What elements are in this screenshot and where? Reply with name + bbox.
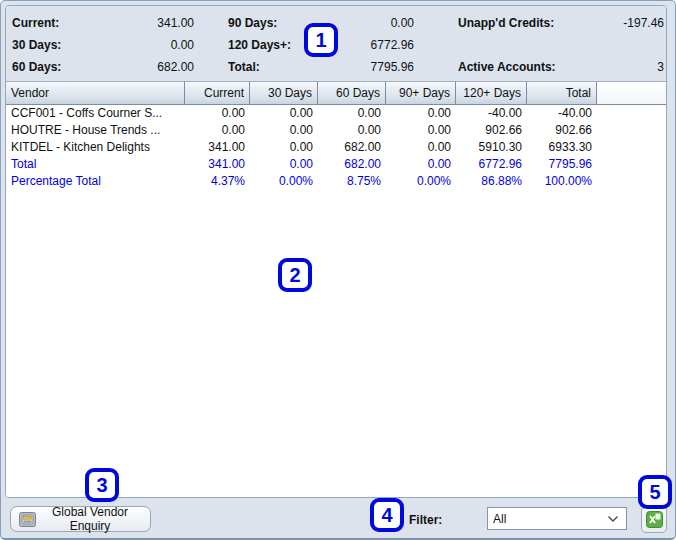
summary-total-label: Total: — [228, 59, 260, 75]
cell-vendor: Total — [6, 156, 185, 173]
table-row[interactable]: KITDEL - Kitchen Delights 341.00 0.00 68… — [6, 139, 666, 156]
summary-unappd-credits-value: -197.46 — [516, 15, 664, 31]
column-header-vendor[interactable]: Vendor — [6, 82, 185, 104]
cash-register-icon — [19, 512, 36, 527]
export-to-excel-button[interactable] — [641, 506, 667, 533]
column-header-total[interactable]: Total — [527, 82, 597, 104]
annotation-badge-2: 2 — [278, 258, 312, 292]
summary-60days-value: 682.00 — [66, 59, 194, 75]
summary-120days-label: 120 Days+: — [228, 37, 291, 53]
cell-total: -40.00 — [527, 105, 597, 122]
cell-current: 0.00 — [185, 122, 250, 139]
cell-90days: 0.00 — [386, 156, 456, 173]
cell-90days: 0.00 — [386, 122, 456, 139]
cell-total: 7795.96 — [527, 156, 597, 173]
summary-total-value: 7795.96 — [296, 59, 414, 75]
cell-90days: 0.00% — [386, 173, 456, 190]
annotation-badge-1: 1 — [304, 23, 338, 57]
cell-current: 341.00 — [185, 139, 250, 156]
summary-30days-label: 30 Days: — [12, 37, 61, 53]
chevron-down-icon — [607, 515, 619, 523]
summary-active-accounts-value: 3 — [516, 59, 664, 75]
cell-30days: 0.00 — [250, 139, 318, 156]
cell-vendor: Percentage Total — [6, 173, 185, 190]
global-vendor-enquiry-button[interactable]: Global Vendor Enquiry — [10, 506, 151, 532]
cell-30days: 0.00% — [250, 173, 318, 190]
annotation-badge-5: 5 — [638, 475, 672, 509]
global-vendor-enquiry-label: Global Vendor Enquiry — [36, 505, 144, 533]
vendor-table-body: CCF001 - Coffs Courner S... 0.00 0.00 0.… — [6, 105, 666, 497]
column-header-120days[interactable]: 120+ Days — [456, 82, 527, 104]
column-header-60days[interactable]: 60 Days — [318, 82, 386, 104]
cell-total: 100.00% — [527, 173, 597, 190]
cell-120days: -40.00 — [456, 105, 527, 122]
cell-60days: 0.00 — [318, 105, 386, 122]
summary-60days-label: 60 Days: — [12, 59, 61, 75]
table-row[interactable]: HOUTRE - House Trends ... 0.00 0.00 0.00… — [6, 122, 666, 139]
cell-total: 6933.30 — [527, 139, 597, 156]
table-row-total[interactable]: Total 341.00 0.00 682.00 0.00 6772.96 77… — [6, 156, 666, 173]
table-row-percentage-total[interactable]: Percentage Total 4.37% 0.00% 8.75% 0.00%… — [6, 173, 666, 190]
filter-label: Filter: — [409, 513, 442, 527]
cell-90days: 0.00 — [386, 105, 456, 122]
cell-120days: 86.88% — [456, 173, 527, 190]
cell-120days: 6772.96 — [456, 156, 527, 173]
cell-30days: 0.00 — [250, 156, 318, 173]
cell-90days: 0.00 — [386, 139, 456, 156]
cell-30days: 0.00 — [250, 122, 318, 139]
cell-60days: 682.00 — [318, 156, 386, 173]
cell-60days: 682.00 — [318, 139, 386, 156]
vendor-aged-balances-window: Current: 341.00 30 Days: 0.00 60 Days: 6… — [0, 0, 676, 540]
filter-selected-value: All — [493, 512, 607, 526]
annotation-badge-4: 4 — [370, 498, 404, 532]
content-frame: Current: 341.00 30 Days: 0.00 60 Days: 6… — [5, 5, 667, 498]
table-header: Vendor Current 30 Days 60 Days 90+ Days … — [6, 82, 666, 105]
cell-vendor: HOUTRE - House Trends ... — [6, 122, 185, 139]
cell-current: 0.00 — [185, 105, 250, 122]
summary-30days-value: 0.00 — [66, 37, 194, 53]
cell-current: 4.37% — [185, 173, 250, 190]
cell-total: 902.66 — [527, 122, 597, 139]
column-header-current[interactable]: Current — [185, 82, 250, 104]
cell-120days: 5910.30 — [456, 139, 527, 156]
cell-60days: 0.00 — [318, 122, 386, 139]
summary-90days-label: 90 Days: — [228, 15, 277, 31]
excel-export-icon — [646, 511, 663, 528]
table-row[interactable]: CCF001 - Coffs Courner S... 0.00 0.00 0.… — [6, 105, 666, 122]
cell-120days: 902.66 — [456, 122, 527, 139]
filter-dropdown[interactable]: All — [487, 507, 627, 530]
column-header-30days[interactable]: 30 Days — [250, 82, 318, 104]
summary-current-label: Current: — [12, 15, 59, 31]
cell-30days: 0.00 — [250, 105, 318, 122]
cell-vendor: CCF001 - Coffs Courner S... — [6, 105, 185, 122]
cell-current: 341.00 — [185, 156, 250, 173]
summary-current-value: 341.00 — [66, 15, 194, 31]
cell-vendor: KITDEL - Kitchen Delights — [6, 139, 185, 156]
cell-60days: 8.75% — [318, 173, 386, 190]
column-header-90days[interactable]: 90+ Days — [386, 82, 456, 104]
column-header-filler — [597, 82, 666, 104]
annotation-badge-3: 3 — [85, 468, 119, 502]
